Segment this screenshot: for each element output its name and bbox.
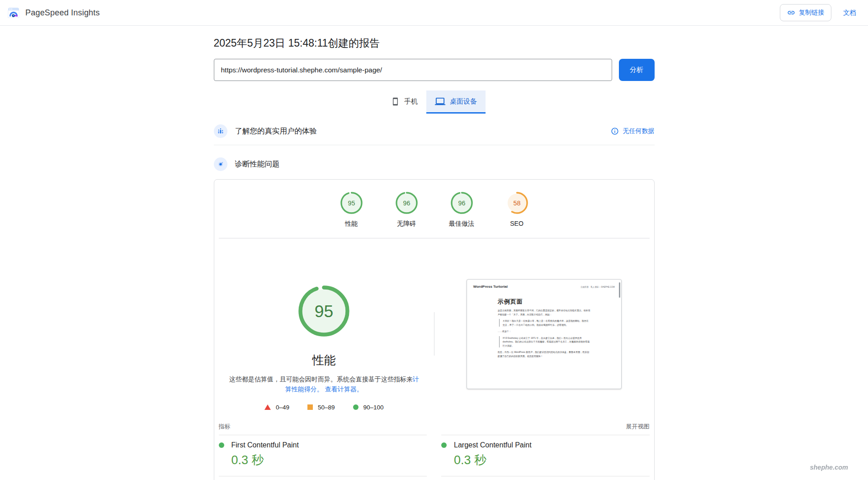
diagnose-title: 诊断性能问题 bbox=[235, 159, 280, 169]
report-title: 2025年5月23日 15:48:11创建的报告 bbox=[214, 36, 655, 50]
expand-view-link[interactable]: 展开视图 bbox=[626, 423, 650, 431]
thumb-paragraph: 而您，作为一位 WordPress 新用户，我们建议您访问您站点的仪表盘，删除本… bbox=[498, 350, 590, 358]
laptop-icon bbox=[435, 96, 445, 107]
brand[interactable]: PageSpeed Insights bbox=[7, 6, 100, 19]
field-data-section: 了解您的真实用户的体验 无任何数据 bbox=[214, 124, 655, 138]
red-triangle-icon bbox=[264, 404, 271, 410]
metric-value: 0.3 秒 bbox=[231, 452, 427, 468]
metric-name: Largest Contentful Paint bbox=[454, 441, 532, 449]
diagnose-section: 诊断性能问题 bbox=[214, 157, 655, 171]
thumb-paragraph: 这是示例页面，页面和博客文章不同，它的位置是固定的，通常会在站点导航栏显示。很多… bbox=[498, 309, 590, 316]
thumb-site-title: WordPress Turtorial bbox=[473, 285, 508, 289]
score-best-practices[interactable]: 96 最佳做法 bbox=[437, 192, 486, 228]
score-seo[interactable]: 58 SEO bbox=[492, 192, 542, 228]
score-accessibility[interactable]: 96 无障碍 bbox=[382, 192, 431, 228]
accessibility-gauge-label: 无障碍 bbox=[397, 220, 416, 228]
diagnose-gauge-icon bbox=[214, 157, 227, 171]
thumb-heading: 示例页面 bbox=[498, 298, 590, 306]
watermark: shephe.com bbox=[810, 464, 848, 471]
real-user-experience-icon bbox=[214, 124, 227, 138]
metric-lcp: Largest Contentful Paint 0.3 秒 bbox=[441, 435, 650, 476]
report-card: 95 性能 96 无障碍 96 最佳做法 58 SEO 95 性能 bbox=[214, 179, 655, 480]
legend-poor: 0–49 bbox=[264, 404, 289, 411]
metric-name: First Contentful Paint bbox=[231, 441, 299, 449]
link-icon bbox=[787, 9, 795, 17]
phone-icon bbox=[391, 97, 400, 106]
tab-desktop[interactable]: 桌面设备 bbox=[426, 90, 486, 112]
analyze-button[interactable]: 分析 bbox=[619, 59, 655, 81]
svg-text:58: 58 bbox=[513, 200, 520, 207]
performance-section-label: 性能 bbox=[312, 352, 336, 368]
green-dot-icon bbox=[441, 442, 447, 448]
device-tabs: 手机 桌面设备 bbox=[214, 90, 655, 112]
no-data-label: 无任何数据 bbox=[623, 127, 655, 135]
copy-link-button[interactable]: 复制链接 bbox=[780, 4, 831, 21]
performance-big-gauge: 95 bbox=[298, 285, 349, 337]
page-screenshot-thumbnail[interactable]: WordPress Turtorial 示例页面 私人博客 – SHEPHE.C… bbox=[467, 279, 622, 389]
see-calculator-link[interactable]: 查看计算器。 bbox=[325, 385, 363, 393]
metric-tbt: Total Blocking Time 0 毫秒 bbox=[219, 476, 427, 480]
thumb-blockquote: XYZ Doohickey 公司成立于 1971 年，自从建立以来，我们一直向公… bbox=[499, 336, 590, 348]
pagespeed-logo-icon bbox=[7, 6, 20, 19]
no-data-link[interactable]: 无任何数据 bbox=[611, 127, 655, 135]
app-title: PageSpeed Insights bbox=[25, 8, 100, 18]
metrics-grid: First Contentful Paint 0.3 秒 Largest Con… bbox=[214, 435, 654, 480]
score-performance[interactable]: 95 性能 bbox=[326, 192, 376, 228]
accessibility-gauge[interactable]: 96 bbox=[396, 192, 418, 214]
green-circle-icon bbox=[353, 404, 359, 410]
performance-description: 这些都是估算值，且可能会因时而异。系统会直接基于这些指标来计算性能得分。 查看计… bbox=[227, 374, 421, 394]
performance-gauge[interactable]: 95 bbox=[340, 192, 363, 214]
analyze-form: 分析 bbox=[214, 59, 655, 81]
performance-desc-text: 这些都是估算值，且可能会因时而异。系统会直接基于这些指标来 bbox=[229, 375, 413, 383]
metric-value: 0.3 秒 bbox=[454, 452, 650, 468]
performance-gauge-label: 性能 bbox=[345, 220, 358, 228]
tab-desktop-label: 桌面设备 bbox=[450, 97, 477, 106]
thumb-scrollbar bbox=[619, 282, 620, 298]
legend-good-range: 90–100 bbox=[363, 404, 384, 411]
legend-poor-range: 0–49 bbox=[276, 404, 289, 411]
seo-gauge[interactable]: 58 bbox=[506, 192, 528, 214]
metrics-label: 指标 bbox=[219, 423, 231, 431]
info-icon bbox=[611, 127, 619, 135]
column-divider bbox=[434, 312, 434, 356]
svg-text:96: 96 bbox=[458, 200, 465, 207]
copy-link-label: 复制链接 bbox=[799, 9, 824, 17]
best-practices-gauge-label: 最佳做法 bbox=[449, 220, 474, 228]
category-scores-row: 95 性能 96 无障碍 96 最佳做法 58 SEO bbox=[214, 180, 654, 228]
svg-text:95: 95 bbox=[348, 200, 355, 207]
thumb-blockquote: 大家好！我白天是一名快递小哥，晚上是一名有抱负的魔术师，这是我的网站。我住在北京… bbox=[499, 319, 590, 327]
field-data-title: 了解您的真实用户的体验 bbox=[235, 126, 317, 136]
app-header: PageSpeed Insights 复制链接 文档 bbox=[0, 0, 868, 26]
svg-text:96: 96 bbox=[403, 200, 410, 207]
orange-square-icon bbox=[307, 404, 313, 410]
metric-fcp: First Contentful Paint 0.3 秒 bbox=[219, 435, 427, 476]
metric-cls: Cumulative Layout Shift 0 bbox=[441, 476, 650, 480]
thumb-paragraph: ……或这个： bbox=[498, 329, 590, 333]
seo-gauge-label: SEO bbox=[510, 220, 524, 227]
svg-text:95: 95 bbox=[315, 302, 333, 321]
legend-good: 90–100 bbox=[353, 404, 384, 411]
tab-mobile-label: 手机 bbox=[404, 97, 418, 106]
docs-link[interactable]: 文档 bbox=[843, 9, 856, 17]
legend-average-range: 50–89 bbox=[318, 404, 335, 411]
green-dot-icon bbox=[219, 442, 224, 448]
section-divider bbox=[214, 145, 655, 145]
tab-mobile[interactable]: 手机 bbox=[382, 90, 426, 112]
best-practices-gauge[interactable]: 96 bbox=[451, 192, 473, 214]
url-input[interactable] bbox=[214, 59, 612, 81]
thumb-nav: 示例页面 私人博客 – SHEPHE.COM bbox=[580, 286, 615, 288]
legend-average: 50–89 bbox=[307, 404, 335, 411]
score-legend: 0–49 50–89 90–100 bbox=[264, 404, 384, 411]
